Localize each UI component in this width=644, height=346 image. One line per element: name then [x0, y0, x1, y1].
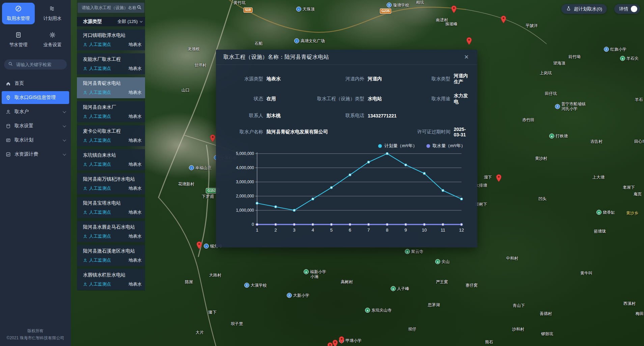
map-label: 庵页 [634, 191, 642, 197]
sidebar-item-取水口GIS信息管理[interactable]: 取水口GIS信息管理 [2, 91, 69, 104]
module-button-业务设置[interactable]: 业务设置 [36, 29, 69, 51]
map-marker-pin[interactable] [332, 340, 338, 346]
map-label: 羊石 [635, 97, 643, 103]
poi-icon: • [296, 7, 301, 12]
map-label: ▲羊石尖 [620, 56, 639, 61]
chevron-down-icon [140, 20, 142, 22]
station-card[interactable]: 东坑镇自来水站人工监测点地表水 [77, 149, 145, 170]
map-label-text: 青山下 [513, 303, 525, 309]
station-card[interactable]: 陆河县激石溪老区水电站人工监测点地表水 [77, 245, 145, 266]
map-label: 石船 [255, 41, 263, 47]
station-card[interactable]: 陆河县青碇水电站人工监测点地表水 [77, 77, 145, 98]
station-name: 陆河县激石溪老区水电站 [83, 248, 142, 254]
map-label: 黄牛叫 [580, 270, 592, 276]
person-icon [83, 210, 87, 215]
sidebar-item-取水户[interactable]: 取水户 [2, 105, 69, 118]
map-label-text: 花塘新村 [178, 181, 194, 187]
field-value: 水力发电 [454, 93, 468, 105]
monitor-type-tag: 人工监测点 [89, 113, 111, 119]
over-plan-alert-button[interactable]: 超计划取水(0) [561, 4, 607, 14]
person-icon [83, 258, 87, 263]
module-button-节水管理[interactable]: 节水管理 [2, 29, 35, 51]
station-card[interactable]: 陆河县自来水厂人工监测点地表水 [77, 101, 145, 122]
sidebar-search-input[interactable] [16, 62, 76, 68]
map-marker-pin[interactable] [339, 336, 344, 344]
map-label-text: 大溪学校 [251, 283, 267, 288]
detail-toggle[interactable]: 详情 [614, 4, 640, 14]
sidebar-item-取水设置[interactable]: 取水设置 [2, 119, 69, 132]
svg-text:1,000,000: 1,000,000 [236, 208, 254, 213]
map-marker-pin[interactable] [196, 241, 202, 249]
map-label-text: 望海顶 [553, 60, 565, 66]
station-card[interactable]: 水唇镇水栏肚水电站人工监测点地表水 [77, 269, 145, 290]
station-card[interactable]: 友能水厂取水工程人工监测点地表水 [77, 53, 145, 74]
plan-icon [6, 138, 11, 143]
map-label: •天珠顶 [296, 6, 315, 12]
map-label: ▲聚云寺 [405, 249, 423, 255]
station-name: 陆河县水唇走马石水电站 [83, 224, 142, 230]
station-name: 麦卡公司取水工程 [83, 128, 142, 134]
monitor-type-tag: 人工监测点 [89, 161, 111, 167]
field-label: 河道内外 [307, 76, 364, 82]
map-label: 赤竹田 [522, 117, 534, 123]
sidebar-item-label: 水资源计费 [15, 151, 38, 157]
module-button-取用水管理[interactable]: 取用水管理 [2, 3, 35, 24]
map-marker-pin[interactable] [501, 16, 506, 24]
field-label: 水源类型 [229, 76, 263, 82]
station-card[interactable]: 陆河县水唇走马石水电站人工监测点地表水 [77, 221, 145, 242]
water-source-type: 地表水 [129, 137, 142, 143]
close-icon[interactable]: × [463, 53, 470, 61]
station-meta-row: 人工监测点地表水 [83, 161, 142, 167]
station-card[interactable]: 河口镇唱歌潭水电站人工监测点地表水 [77, 29, 145, 50]
copyright: 版权所有 ©2021 珠海市仁智科技有限公司 [0, 327, 71, 342]
map-label-text: 黄牛叫 [580, 270, 592, 276]
sidebar-item-首页[interactable]: 首页 [2, 77, 69, 90]
legend-item[interactable]: 取水量（m³/年） [426, 143, 465, 149]
station-meta-row: 人工监测点地表水 [83, 113, 142, 119]
module-button-计划用水[interactable]: 计划用水 [36, 3, 69, 24]
legend-item[interactable]: 计划量（m³/年） [378, 143, 417, 149]
station-card[interactable]: 陆河县宝塔水电站人工监测点地表水 [77, 197, 145, 218]
sidebar-search[interactable] [4, 59, 67, 70]
map-marker-pin[interactable] [496, 174, 502, 182]
map-label-text: 坝仔 [408, 326, 416, 332]
map-label-text: 幸福山庄 [195, 165, 212, 171]
map-label: 陈屋 [185, 279, 193, 285]
map-label: 山口 [181, 87, 190, 93]
map-label: 梅田庄 [636, 311, 644, 317]
station-card[interactable]: 陆河县南万镇杞洋水电站人工监测点地表水 [77, 173, 145, 194]
map-marker-pin[interactable] [466, 37, 472, 45]
station-card[interactable]: 麦卡公司取水工程人工监测点地表水 [77, 125, 145, 146]
station-meta-row: 人工监测点地表水 [83, 257, 142, 263]
map-marker-pin[interactable] [451, 5, 457, 14]
map-marker-pin[interactable] [327, 342, 333, 346]
db-icon [6, 124, 11, 129]
map-label: 田仔坑 [545, 91, 557, 97]
sidebar-item-label: 取水口GIS信息管理 [15, 95, 56, 101]
person-icon [83, 43, 87, 47]
water-source-type: 地表水 [129, 65, 142, 72]
school-poi-icon: 文 [287, 293, 292, 298]
station-search-input[interactable] [81, 5, 137, 10]
field-value: 河道内 [368, 76, 408, 82]
filter-value-dropdown[interactable]: 全部 (125) [117, 19, 142, 25]
person-icon [83, 282, 87, 287]
map-label-text: 人子峰 [397, 286, 409, 292]
map-label-text: 凹头 [538, 196, 547, 202]
map-label: 文大溪学校 [244, 283, 267, 288]
map-label-text: 相坑 [416, 0, 424, 5]
module-button-label: 节水管理 [9, 42, 28, 48]
station-detail-modal: 取水工程（设施）名称：陆河县青碇水电站 × 水源类型 地表水 河道内外 河道内 … [216, 50, 477, 247]
station-name: 陆河县宝塔水电站 [83, 200, 142, 206]
nature-poi-icon: ▲ [549, 134, 554, 139]
map-marker-pin[interactable] [210, 134, 216, 142]
station-search[interactable] [78, 3, 144, 13]
station-list-panel: 水源类型 全部 (125) 河口镇唱歌潭水电站人工监测点地表水友能水厂取水工程人… [77, 0, 145, 291]
map-label: 寨仔窝 [466, 283, 478, 288]
map-label: 前竹坳 [568, 54, 581, 60]
nature-poi-icon: ▲ [620, 56, 625, 61]
map-label-text: 打铁塘 [556, 133, 568, 139]
sidebar-item-取水计划[interactable]: 取水计划 [2, 134, 69, 147]
sidebar-item-水资源计费[interactable]: 水资源计费 [2, 148, 69, 161]
map-label: 箭塘珑 [594, 229, 606, 234]
